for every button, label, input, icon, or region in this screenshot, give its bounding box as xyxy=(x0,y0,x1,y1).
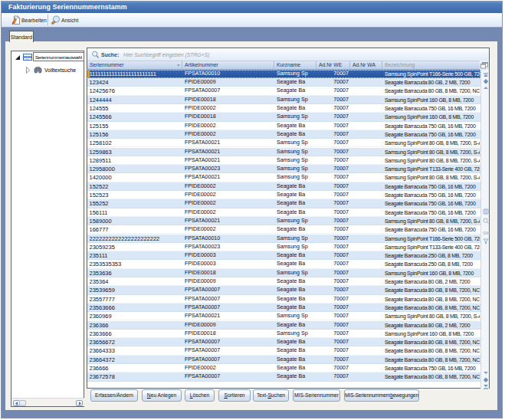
svg-text:SM: SM xyxy=(483,231,490,235)
